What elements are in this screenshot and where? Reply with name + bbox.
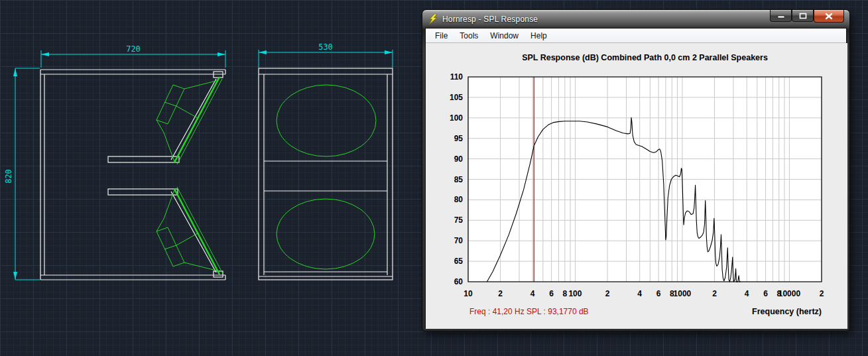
- y-tick-label: 65: [454, 257, 464, 266]
- minimize-button[interactable]: [770, 10, 792, 22]
- dim-label-530: 530: [318, 42, 333, 52]
- x-axis-title: Frequency (hertz): [752, 307, 822, 316]
- y-tick-label: 100: [450, 113, 463, 123]
- menu-item-file[interactable]: File: [429, 29, 454, 42]
- menu-bar: FileToolsWindowHelp: [426, 29, 846, 43]
- cursor-spl-readout: SPL : 93,1770 dB: [527, 307, 589, 316]
- y-tick-label: 75: [454, 215, 464, 225]
- cad-drawing: 720820530: [0, 0, 411, 356]
- maximize-icon: [799, 13, 807, 19]
- x-tick-label: 4: [530, 289, 535, 298]
- lower-cutout-ellipse: [277, 199, 375, 269]
- upper-driver: [156, 77, 222, 164]
- y-tick-label: 95: [454, 134, 464, 143]
- desktop: 720820530 Hornresp - SPL Response: [0, 0, 868, 356]
- x-tick-label: 4: [745, 289, 749, 298]
- x-tick-label: 6: [763, 289, 768, 298]
- dim-label-820: 820: [4, 169, 13, 184]
- hornresp-window: Hornresp - SPL Response: [422, 9, 850, 331]
- menu-item-help[interactable]: Help: [525, 29, 553, 42]
- close-button[interactable]: [814, 10, 844, 23]
- window-frame-inner: FileToolsWindowHelp SPL Response (dB) Co…: [425, 28, 847, 328]
- y-tick-label: 85: [454, 175, 464, 184]
- menu-item-window[interactable]: Window: [484, 29, 525, 42]
- cursor-freq-readout: Freq : 41,20 Hz: [469, 307, 525, 316]
- x-tick-label: 2: [605, 289, 610, 298]
- x-tick-label: 8: [562, 289, 567, 298]
- y-tick-label: 80: [454, 195, 464, 204]
- x-tick-label: 10000: [778, 289, 801, 298]
- x-tick-label: 1000: [674, 289, 692, 298]
- y-tick-label: 70: [454, 236, 464, 245]
- chart-title: SPL Response (dB) Combined Path 0,0 cm 2…: [522, 53, 768, 62]
- lower-driver: [156, 187, 222, 274]
- window-titlebar[interactable]: Hornresp - SPL Response: [422, 10, 849, 28]
- x-tick-label: 100: [568, 289, 582, 298]
- lightning-bolt-icon: [428, 14, 438, 25]
- x-tick-label: 2: [498, 289, 503, 298]
- caption-buttons: [770, 10, 844, 23]
- window-title: Hornresp - SPL Response: [442, 15, 538, 24]
- x-tick-label: 6: [656, 289, 661, 298]
- close-icon: [825, 13, 833, 20]
- x-tick-label: 2: [712, 289, 717, 298]
- window-client-area: SPL Response (dB) Combined Path 0,0 cm 2…: [426, 43, 847, 329]
- spl-chart[interactable]: SPL Response (dB) Combined Path 0,0 cm 2…: [426, 43, 847, 329]
- y-tick-label: 110: [450, 72, 464, 82]
- minimize-icon: [777, 13, 785, 19]
- maximize-button[interactable]: [792, 10, 814, 22]
- y-tick-label: 105: [450, 93, 463, 102]
- upper-cutout-ellipse: [277, 85, 376, 156]
- x-tick-label: 10: [464, 289, 473, 298]
- x-tick-label: 2: [820, 289, 824, 298]
- y-tick-label: 90: [454, 154, 464, 164]
- dim-label-720: 720: [126, 44, 141, 54]
- x-tick-label: 4: [637, 289, 642, 298]
- y-tick-label: 60: [454, 277, 464, 286]
- x-tick-label: 6: [549, 289, 554, 298]
- menu-item-tools[interactable]: Tools: [454, 29, 484, 42]
